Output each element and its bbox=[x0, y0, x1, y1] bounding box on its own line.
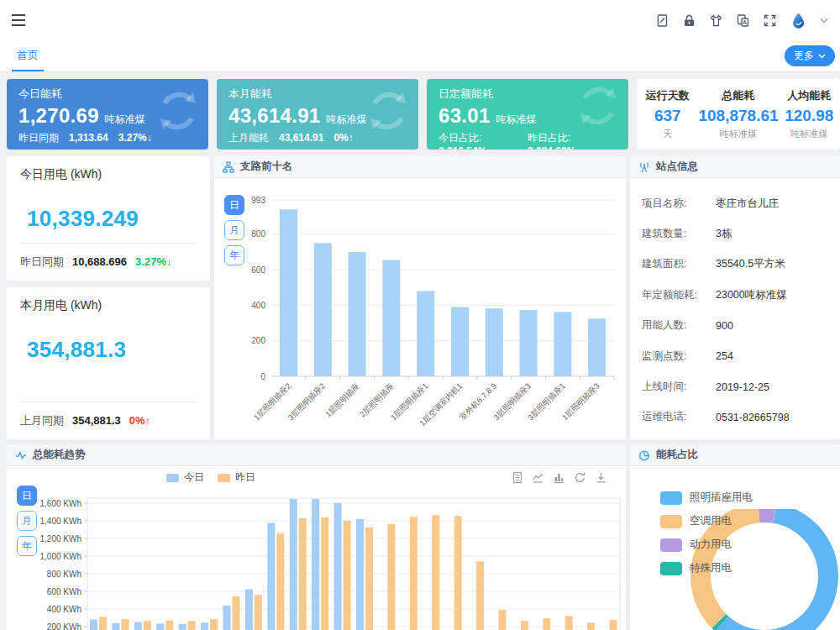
svg-text:600: 600 bbox=[251, 265, 265, 275]
site-row-value: 0531-82665798 bbox=[716, 412, 790, 423]
chevron-down-icon[interactable] bbox=[820, 18, 828, 24]
stat-unit: 天 bbox=[637, 128, 698, 140]
site-info-row: 建筑数量:3栋 bbox=[642, 218, 840, 249]
site-row-label: 上线时间: bbox=[642, 380, 716, 394]
branch-top10-panel: 支路前十名 日月年 02004006008009931层照明插座23层照明插座2… bbox=[214, 156, 626, 439]
legend-item-照明插座用电[interactable]: 照明插座用电 bbox=[660, 491, 753, 505]
usage-title: 本月用电 (kWh) bbox=[20, 298, 197, 313]
stat-per-capita-energy: 人均能耗 120.98 吨标准煤 bbox=[779, 88, 840, 140]
legend-swatch bbox=[166, 474, 179, 482]
usage-sub-label: 昨日同期 bbox=[20, 255, 64, 270]
kpi-today-share: 今日占比: 2,016.54% bbox=[438, 131, 528, 150]
tab-bar: 首页 更多 bbox=[0, 40, 840, 72]
antenna-icon bbox=[638, 161, 650, 173]
fullscreen-icon[interactable] bbox=[763, 13, 777, 28]
line-chart-icon[interactable] bbox=[532, 471, 544, 484]
legend-item-动力用电[interactable]: 动力用电 bbox=[660, 538, 753, 552]
stat-total-energy: 总能耗 108,878.61 吨标准煤 bbox=[698, 88, 778, 140]
usage-subrow: 上月同期 354,881.3 0%↑ bbox=[20, 402, 197, 428]
panel-title: 总能耗趋势 bbox=[33, 448, 86, 462]
theme-icon[interactable] bbox=[709, 13, 723, 28]
panel-title: 能耗占比 bbox=[656, 448, 698, 462]
legend-item-特殊用电[interactable]: 特殊用电 bbox=[660, 561, 753, 575]
kpi-card-daily-quota-energy: 日定额能耗 63.01 吨标准煤 今日占比: 2,016.54% 昨日占比: 2… bbox=[427, 79, 628, 150]
kpi-card-today-energy: 今日能耗 1,270.69 吨标准煤 昨日同期 1,313.64 3.27%↓ bbox=[7, 79, 208, 150]
bar-chart-icon[interactable] bbox=[553, 471, 565, 484]
usage-sub-label: 上月同期 bbox=[20, 413, 64, 428]
svg-text:800: 800 bbox=[251, 229, 265, 239]
stat-running-days: 运行天数 637 天 bbox=[637, 88, 698, 140]
usage-title: 今日用电 (kWh) bbox=[20, 167, 197, 182]
recycle-icon bbox=[576, 84, 620, 128]
translate-icon[interactable]: A bbox=[736, 13, 750, 28]
kpi-sub-value: 1,313.64 bbox=[69, 132, 108, 144]
middle-row: 今日用电 (kWh) 10,339.249 昨日同期 10,688.696 3.… bbox=[7, 156, 840, 439]
legend-item-今日[interactable]: 今日 bbox=[166, 470, 204, 485]
water-drop-logo[interactable] bbox=[790, 12, 807, 29]
more-button-label: 更多 bbox=[794, 49, 814, 63]
usage-card-today: 今日用电 (kWh) 10,339.249 昨日同期 10,688.696 3.… bbox=[7, 156, 210, 281]
svg-text:A: A bbox=[743, 19, 747, 25]
dashboard-root: A 首页 更多 今日能耗 1,270.69 bbox=[0, 0, 840, 630]
site-info-panel: 站点信息 项目名称:枣庄市台儿庄建筑数量:3栋建筑面积:35540.5平方米年定… bbox=[630, 156, 840, 439]
legend-swatch bbox=[660, 538, 682, 552]
notepad-icon[interactable] bbox=[655, 13, 669, 28]
svg-text:993: 993 bbox=[251, 196, 265, 205]
kpi-change: 0%↑ bbox=[333, 132, 353, 144]
usage-sub-value: 354,881.3 bbox=[72, 414, 121, 427]
data-view-icon[interactable] bbox=[512, 471, 523, 484]
legend-label: 照明插座用电 bbox=[690, 491, 753, 505]
site-row-value: 23000吨标准煤 bbox=[716, 288, 787, 302]
stat-value: 108,878.61 bbox=[698, 107, 778, 125]
dashboard-body: 今日能耗 1,270.69 吨标准煤 昨日同期 1,313.64 3.27%↓ bbox=[0, 72, 840, 630]
svg-text:1,000 KWh: 1,000 KWh bbox=[40, 552, 81, 561]
legend-label: 今日 bbox=[184, 470, 204, 485]
site-info-row: 项目名称:枣庄市台儿庄 bbox=[642, 188, 840, 218]
usage-change: 3.27%↓ bbox=[135, 255, 171, 268]
kpi-subrow: 今日占比: 2,016.54% 昨日占比: 2,084.69% bbox=[438, 131, 617, 150]
energy-trend-chart: 1,600 KWh1,400 KWh1,200 KWh1,000 KWh800 … bbox=[7, 492, 626, 630]
more-button[interactable]: 更多 bbox=[785, 45, 835, 66]
recycle-icon bbox=[156, 89, 200, 133]
branch-top10-chart: 02004006008009931层照明插座23层照明插座21层照明插座2层照明… bbox=[236, 181, 622, 435]
svg-text:1层照明插座: 1层照明插座 bbox=[323, 381, 362, 419]
legend-item-昨日[interactable]: 昨日 bbox=[218, 470, 255, 485]
site-row-value: 2019-12-25 bbox=[716, 381, 769, 393]
site-info-row: 上线时间:2019-12-25 bbox=[642, 371, 840, 402]
site-row-label: 建筑数量: bbox=[642, 227, 716, 241]
kpi-value: 63.01 bbox=[438, 104, 491, 128]
site-row-value: 900 bbox=[716, 320, 733, 332]
stat-value: 637 bbox=[637, 107, 698, 125]
legend-label: 特殊用电 bbox=[690, 561, 732, 575]
kpi-change: 3.27%↓ bbox=[118, 132, 152, 144]
panel-header: 支路前十名 bbox=[214, 156, 626, 178]
chart-toolbar bbox=[512, 471, 607, 484]
kpi-row: 今日能耗 1,270.69 吨标准煤 昨日同期 1,313.64 3.27%↓ bbox=[7, 79, 840, 150]
top-bar: A bbox=[0, 0, 840, 40]
legend-swatch bbox=[218, 474, 230, 482]
legend-label: 动力用电 bbox=[690, 538, 732, 552]
panel-title: 站点信息 bbox=[656, 160, 698, 174]
tab-home[interactable]: 首页 bbox=[12, 40, 44, 71]
legend-swatch bbox=[660, 562, 682, 575]
svg-text:400: 400 bbox=[251, 301, 265, 310]
svg-text:200: 200 bbox=[251, 336, 265, 345]
usage-sub-value: 10,688.696 bbox=[72, 255, 127, 268]
refresh-icon[interactable] bbox=[574, 471, 586, 484]
site-row-value: 枣庄市台儿庄 bbox=[716, 197, 779, 211]
site-row-label: 项目名称: bbox=[642, 197, 716, 211]
kpi-card-month-energy: 本月能耗 43,614.91 吨标准煤 上月能耗 43,614.91 0%↑ bbox=[217, 79, 418, 150]
panel-title: 支路前十名 bbox=[240, 160, 293, 174]
site-info-row: 监测点数:254 bbox=[642, 341, 840, 371]
legend-item-空调用电[interactable]: 空调用电 bbox=[660, 514, 753, 528]
panel-header: 总能耗趋势 bbox=[7, 444, 626, 466]
bottom-row: 总能耗趋势 今日昨日 bbox=[7, 444, 840, 630]
download-icon[interactable] bbox=[595, 471, 607, 484]
site-row-label: 运维电话: bbox=[642, 410, 716, 424]
kpi-value: 1,270.69 bbox=[18, 104, 99, 128]
hamburger-icon[interactable] bbox=[12, 14, 27, 26]
site-row-value: 3栋 bbox=[716, 227, 732, 241]
lock-icon[interactable] bbox=[682, 13, 696, 28]
pulse-icon bbox=[15, 449, 27, 461]
legend-label: 昨日 bbox=[235, 470, 255, 485]
